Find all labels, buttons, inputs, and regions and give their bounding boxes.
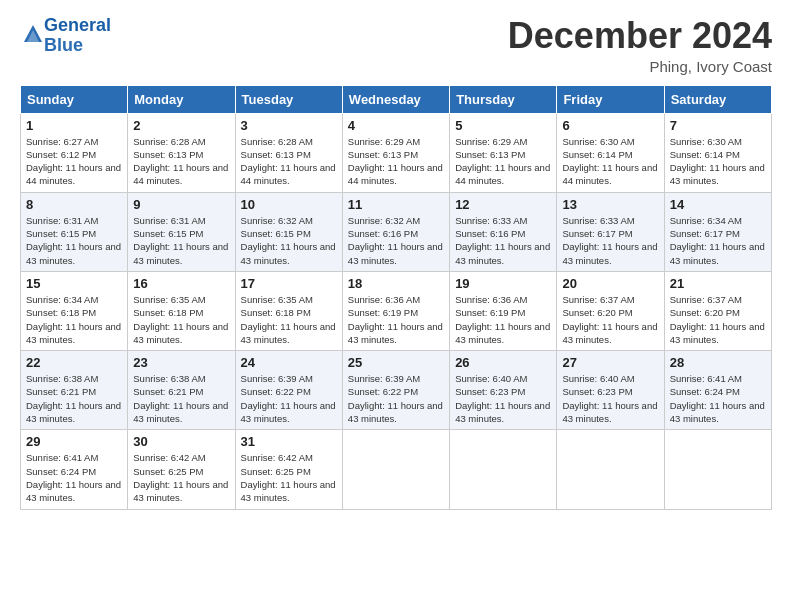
header-tuesday: Tuesday bbox=[235, 85, 342, 113]
table-row: 1Sunrise: 6:27 AMSunset: 6:12 PMDaylight… bbox=[21, 113, 128, 192]
day-info: Sunrise: 6:42 AMSunset: 6:25 PMDaylight:… bbox=[133, 451, 229, 504]
calendar-week-row: 22Sunrise: 6:38 AMSunset: 6:21 PMDayligh… bbox=[21, 351, 772, 430]
day-number: 10 bbox=[241, 197, 337, 212]
calendar-week-row: 8Sunrise: 6:31 AMSunset: 6:15 PMDaylight… bbox=[21, 192, 772, 271]
day-number: 2 bbox=[133, 118, 229, 133]
table-row: 14Sunrise: 6:34 AMSunset: 6:17 PMDayligh… bbox=[664, 192, 771, 271]
day-number: 26 bbox=[455, 355, 551, 370]
table-row: 16Sunrise: 6:35 AMSunset: 6:18 PMDayligh… bbox=[128, 271, 235, 350]
table-row: 25Sunrise: 6:39 AMSunset: 6:22 PMDayligh… bbox=[342, 351, 449, 430]
day-info: Sunrise: 6:27 AMSunset: 6:12 PMDaylight:… bbox=[26, 135, 122, 188]
day-number: 20 bbox=[562, 276, 658, 291]
header-saturday: Saturday bbox=[664, 85, 771, 113]
day-info: Sunrise: 6:42 AMSunset: 6:25 PMDaylight:… bbox=[241, 451, 337, 504]
day-number: 14 bbox=[670, 197, 766, 212]
day-number: 9 bbox=[133, 197, 229, 212]
calendar-week-row: 29Sunrise: 6:41 AMSunset: 6:24 PMDayligh… bbox=[21, 430, 772, 509]
table-row: 15Sunrise: 6:34 AMSunset: 6:18 PMDayligh… bbox=[21, 271, 128, 350]
day-info: Sunrise: 6:37 AMSunset: 6:20 PMDaylight:… bbox=[562, 293, 658, 346]
table-row: 31Sunrise: 6:42 AMSunset: 6:25 PMDayligh… bbox=[235, 430, 342, 509]
table-row: 9Sunrise: 6:31 AMSunset: 6:15 PMDaylight… bbox=[128, 192, 235, 271]
table-row: 27Sunrise: 6:40 AMSunset: 6:23 PMDayligh… bbox=[557, 351, 664, 430]
day-info: Sunrise: 6:28 AMSunset: 6:13 PMDaylight:… bbox=[133, 135, 229, 188]
header-sunday: Sunday bbox=[21, 85, 128, 113]
day-number: 25 bbox=[348, 355, 444, 370]
table-row: 2Sunrise: 6:28 AMSunset: 6:13 PMDaylight… bbox=[128, 113, 235, 192]
table-row bbox=[557, 430, 664, 509]
table-row: 6Sunrise: 6:30 AMSunset: 6:14 PMDaylight… bbox=[557, 113, 664, 192]
day-number: 13 bbox=[562, 197, 658, 212]
day-number: 3 bbox=[241, 118, 337, 133]
table-row: 22Sunrise: 6:38 AMSunset: 6:21 PMDayligh… bbox=[21, 351, 128, 430]
table-row: 3Sunrise: 6:28 AMSunset: 6:13 PMDaylight… bbox=[235, 113, 342, 192]
calendar-header-row: Sunday Monday Tuesday Wednesday Thursday… bbox=[21, 85, 772, 113]
table-row: 5Sunrise: 6:29 AMSunset: 6:13 PMDaylight… bbox=[450, 113, 557, 192]
table-row: 17Sunrise: 6:35 AMSunset: 6:18 PMDayligh… bbox=[235, 271, 342, 350]
table-row: 12Sunrise: 6:33 AMSunset: 6:16 PMDayligh… bbox=[450, 192, 557, 271]
table-row: 23Sunrise: 6:38 AMSunset: 6:21 PMDayligh… bbox=[128, 351, 235, 430]
day-number: 28 bbox=[670, 355, 766, 370]
day-number: 30 bbox=[133, 434, 229, 449]
day-number: 5 bbox=[455, 118, 551, 133]
table-row: 21Sunrise: 6:37 AMSunset: 6:20 PMDayligh… bbox=[664, 271, 771, 350]
logo: General Blue bbox=[20, 16, 111, 56]
page: General Blue December 2024 Phing, Ivory … bbox=[0, 0, 792, 612]
day-number: 18 bbox=[348, 276, 444, 291]
day-info: Sunrise: 6:33 AMSunset: 6:17 PMDaylight:… bbox=[562, 214, 658, 267]
table-row bbox=[450, 430, 557, 509]
day-number: 4 bbox=[348, 118, 444, 133]
table-row bbox=[664, 430, 771, 509]
day-info: Sunrise: 6:39 AMSunset: 6:22 PMDaylight:… bbox=[241, 372, 337, 425]
location-title: Phing, Ivory Coast bbox=[508, 58, 772, 75]
day-info: Sunrise: 6:38 AMSunset: 6:21 PMDaylight:… bbox=[26, 372, 122, 425]
day-number: 16 bbox=[133, 276, 229, 291]
day-number: 31 bbox=[241, 434, 337, 449]
day-info: Sunrise: 6:34 AMSunset: 6:18 PMDaylight:… bbox=[26, 293, 122, 346]
month-title: December 2024 bbox=[508, 16, 772, 56]
day-info: Sunrise: 6:33 AMSunset: 6:16 PMDaylight:… bbox=[455, 214, 551, 267]
logo-text: General Blue bbox=[44, 16, 111, 56]
table-row: 11Sunrise: 6:32 AMSunset: 6:16 PMDayligh… bbox=[342, 192, 449, 271]
calendar-week-row: 1Sunrise: 6:27 AMSunset: 6:12 PMDaylight… bbox=[21, 113, 772, 192]
day-number: 11 bbox=[348, 197, 444, 212]
day-info: Sunrise: 6:39 AMSunset: 6:22 PMDaylight:… bbox=[348, 372, 444, 425]
logo-blue: Blue bbox=[44, 35, 83, 55]
day-number: 21 bbox=[670, 276, 766, 291]
day-number: 8 bbox=[26, 197, 122, 212]
logo-general: General bbox=[44, 15, 111, 35]
table-row: 24Sunrise: 6:39 AMSunset: 6:22 PMDayligh… bbox=[235, 351, 342, 430]
day-number: 19 bbox=[455, 276, 551, 291]
day-number: 24 bbox=[241, 355, 337, 370]
logo-icon bbox=[22, 23, 44, 45]
header-thursday: Thursday bbox=[450, 85, 557, 113]
day-info: Sunrise: 6:31 AMSunset: 6:15 PMDaylight:… bbox=[133, 214, 229, 267]
table-row: 19Sunrise: 6:36 AMSunset: 6:19 PMDayligh… bbox=[450, 271, 557, 350]
day-info: Sunrise: 6:28 AMSunset: 6:13 PMDaylight:… bbox=[241, 135, 337, 188]
day-info: Sunrise: 6:35 AMSunset: 6:18 PMDaylight:… bbox=[241, 293, 337, 346]
day-number: 15 bbox=[26, 276, 122, 291]
day-info: Sunrise: 6:32 AMSunset: 6:15 PMDaylight:… bbox=[241, 214, 337, 267]
table-row: 20Sunrise: 6:37 AMSunset: 6:20 PMDayligh… bbox=[557, 271, 664, 350]
day-info: Sunrise: 6:30 AMSunset: 6:14 PMDaylight:… bbox=[670, 135, 766, 188]
table-row: 30Sunrise: 6:42 AMSunset: 6:25 PMDayligh… bbox=[128, 430, 235, 509]
day-info: Sunrise: 6:34 AMSunset: 6:17 PMDaylight:… bbox=[670, 214, 766, 267]
title-block: December 2024 Phing, Ivory Coast bbox=[508, 16, 772, 75]
table-row: 7Sunrise: 6:30 AMSunset: 6:14 PMDaylight… bbox=[664, 113, 771, 192]
day-info: Sunrise: 6:36 AMSunset: 6:19 PMDaylight:… bbox=[455, 293, 551, 346]
table-row: 28Sunrise: 6:41 AMSunset: 6:24 PMDayligh… bbox=[664, 351, 771, 430]
table-row bbox=[342, 430, 449, 509]
day-info: Sunrise: 6:41 AMSunset: 6:24 PMDaylight:… bbox=[670, 372, 766, 425]
day-info: Sunrise: 6:35 AMSunset: 6:18 PMDaylight:… bbox=[133, 293, 229, 346]
day-number: 23 bbox=[133, 355, 229, 370]
table-row: 10Sunrise: 6:32 AMSunset: 6:15 PMDayligh… bbox=[235, 192, 342, 271]
day-info: Sunrise: 6:30 AMSunset: 6:14 PMDaylight:… bbox=[562, 135, 658, 188]
day-info: Sunrise: 6:32 AMSunset: 6:16 PMDaylight:… bbox=[348, 214, 444, 267]
day-info: Sunrise: 6:40 AMSunset: 6:23 PMDaylight:… bbox=[562, 372, 658, 425]
day-info: Sunrise: 6:41 AMSunset: 6:24 PMDaylight:… bbox=[26, 451, 122, 504]
day-number: 6 bbox=[562, 118, 658, 133]
header-friday: Friday bbox=[557, 85, 664, 113]
day-info: Sunrise: 6:29 AMSunset: 6:13 PMDaylight:… bbox=[348, 135, 444, 188]
day-info: Sunrise: 6:29 AMSunset: 6:13 PMDaylight:… bbox=[455, 135, 551, 188]
day-number: 17 bbox=[241, 276, 337, 291]
table-row: 18Sunrise: 6:36 AMSunset: 6:19 PMDayligh… bbox=[342, 271, 449, 350]
